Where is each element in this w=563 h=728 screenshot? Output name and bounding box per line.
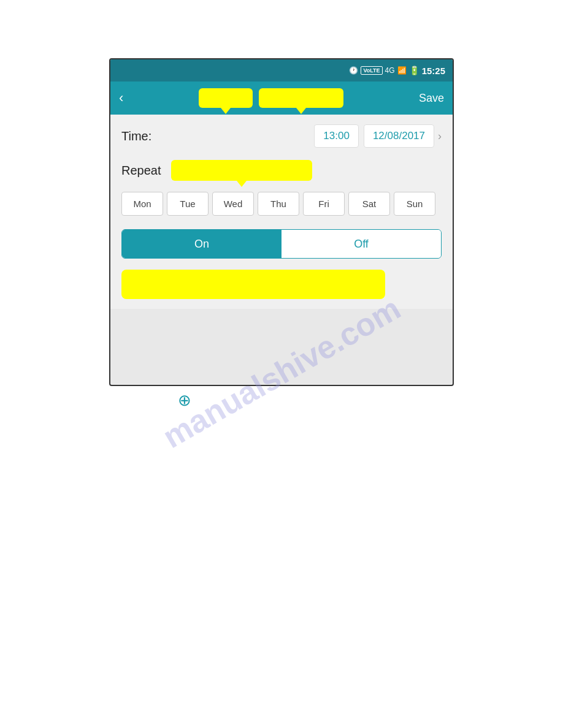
repeat-label: Repeat <box>121 164 161 178</box>
alarm-icon: 🕐 <box>349 66 358 75</box>
chevron-right-icon: › <box>438 130 442 143</box>
day-tue[interactable]: Tue <box>167 192 209 216</box>
day-sun[interactable]: Sun <box>394 192 435 216</box>
phone-frame: 🕐 VoLTE 4G 📶 🔋 15:25 ‹ Save Time: 13:00 … <box>109 58 454 386</box>
toolbar-yellow-button-2[interactable] <box>259 88 343 108</box>
toolbar-yellow-button-1[interactable] <box>199 88 253 108</box>
toggle-row: On Off <box>121 229 442 259</box>
status-icons: 🕐 VoLTE 4G 📶 🔋 15:25 <box>349 66 445 76</box>
bottom-yellow-bar[interactable] <box>121 270 385 299</box>
toggle-on[interactable]: On <box>122 230 282 258</box>
toolbar-center <box>199 88 343 108</box>
time-row: Time: 13:00 12/08/2017 › <box>121 124 442 148</box>
date-value[interactable]: 12/08/2017 <box>364 124 434 148</box>
repeat-yellow-button[interactable] <box>171 160 312 181</box>
content-area: Time: 13:00 12/08/2017 › Repeat Mon Tue … <box>110 115 453 309</box>
back-button[interactable]: ‹ <box>119 91 123 105</box>
status-bar: 🕐 VoLTE 4G 📶 🔋 15:25 <box>110 59 453 82</box>
plus-icon-area: ⊕ <box>178 391 191 410</box>
repeat-row: Repeat <box>121 160 442 181</box>
day-fri[interactable]: Fri <box>303 192 345 216</box>
save-button[interactable]: Save <box>419 92 444 105</box>
status-time: 15:25 <box>422 66 445 76</box>
day-sat[interactable]: Sat <box>348 192 390 216</box>
time-label: Time: <box>121 129 314 143</box>
signal-icon: 📶 <box>397 66 407 75</box>
day-mon[interactable]: Mon <box>121 192 163 216</box>
toolbar: ‹ Save <box>110 82 453 115</box>
on-off-toggle[interactable]: On Off <box>121 229 442 259</box>
4g-icon: 4G <box>385 66 395 75</box>
add-icon[interactable]: ⊕ <box>178 391 191 409</box>
days-row: Mon Tue Wed Thu Fri Sat Sun <box>121 192 442 216</box>
day-wed[interactable]: Wed <box>212 192 254 216</box>
day-thu[interactable]: Thu <box>258 192 299 216</box>
toggle-off[interactable]: Off <box>282 230 441 258</box>
battery-icon: 🔋 <box>409 66 419 75</box>
time-value[interactable]: 13:00 <box>314 124 359 148</box>
volte-badge: VoLTE <box>361 66 382 75</box>
